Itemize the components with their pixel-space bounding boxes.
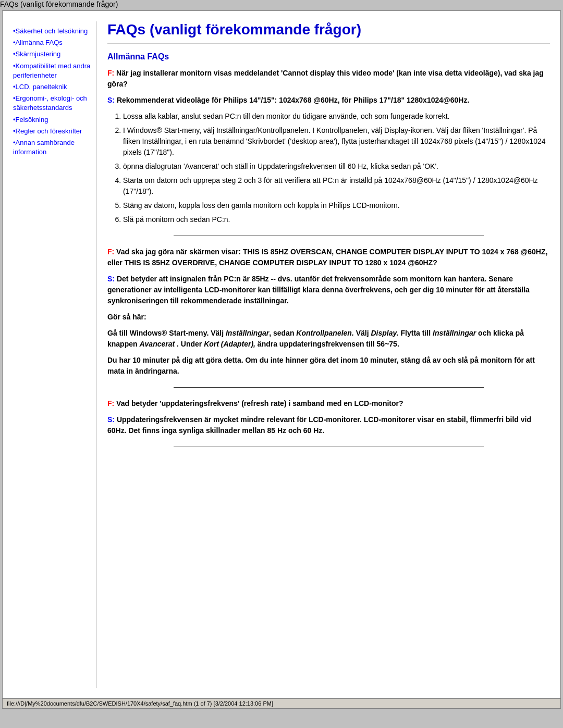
- list-item: Lossa alla kablar, anslut sedan PC:n til…: [123, 111, 550, 122]
- q1-answer-text: Rekommenderat videoläge för Philips 14"/…: [115, 96, 469, 104]
- q2-warning: Du har 10 minuter på dig att göra detta.…: [107, 355, 550, 377]
- q1-f-label: F:: [107, 69, 114, 77]
- question-1: F: När jag installerar monitorn visas me…: [107, 68, 550, 90]
- divider-3: [174, 447, 483, 447]
- content-area: •Säkerhet och felsökning•Allmänna FAQs•S…: [3, 11, 560, 698]
- answer-3: S: Uppdateringsfrekvensen är mycket mind…: [107, 414, 550, 436]
- q3-s-label: S:: [107, 415, 115, 424]
- q2-answer-text: Det betyder att insignalen från PC:n är …: [107, 275, 530, 305]
- main-container: •Säkerhet och felsökning•Allmänna FAQs•S…: [2, 10, 561, 709]
- page-title: FAQs (vanligt förekommande frågor): [107, 21, 550, 38]
- status-bar: file:///D|/My%20documents/dfu/B2C/SWEDIS…: [3, 698, 560, 708]
- link-ergo[interactable]: •Ergonomi-, ekologi- och säkerhetsstanda…: [13, 94, 91, 113]
- q2-s-label: S:: [107, 275, 115, 283]
- divider-2: [174, 387, 483, 388]
- link-trouble[interactable]: •Felsökning: [13, 115, 91, 125]
- link-adjust[interactable]: •Skärmjustering: [13, 50, 91, 59]
- q1-text: När jag installerar monitorn visas medde…: [107, 69, 544, 88]
- main-content: FAQs (vanligt förekommande frågor) Allmä…: [96, 21, 550, 688]
- title-bar-text: FAQs (vanligt förekommande frågor): [0, 0, 118, 8]
- question-2: F: Vad ska jag göra när skärmen visar: T…: [107, 246, 550, 268]
- sidebar: •Säkerhet och felsökning•Allmänna FAQs•S…: [13, 21, 96, 688]
- q3-text: Vad betyder 'uppdateringsfrekvens' (refr…: [114, 399, 403, 408]
- q2-f-label: F:: [107, 248, 114, 256]
- answer-1: S: Rekommenderat videoläge för Philips 1…: [107, 95, 550, 106]
- list-item: I Windows® Start-meny, välj Inställninga…: [123, 125, 550, 158]
- q1-s-label: S:: [107, 96, 115, 104]
- list-item: Stäng av datorn, koppla loss den gamla m…: [123, 200, 550, 211]
- list-item: Starta om datorn och upprepa steg 2 och …: [123, 175, 550, 197]
- title-bar: FAQs (vanligt förekommande frågor): [0, 0, 563, 8]
- q2-gor: Gör så här:: [107, 312, 550, 323]
- status-text: file:///D|/My%20documents/dfu/B2C/SWEDIS…: [7, 700, 273, 707]
- section-title: Allmänna FAQs: [107, 52, 550, 61]
- question-3: F: Vad betyder 'uppdateringsfrekvens' (r…: [107, 398, 550, 409]
- q3-f-label: F:: [107, 399, 114, 408]
- link-rules[interactable]: •Regler och föreskrifter: [13, 127, 91, 136]
- list-item: öpnna dialogrutan 'Avancerat' och ställ …: [123, 161, 550, 172]
- divider-1: [174, 236, 483, 236]
- link-general[interactable]: •Allmänna FAQs: [13, 38, 91, 47]
- list-item: Slå på monitorn och sedan PC:n.: [123, 214, 550, 225]
- link-compat[interactable]: •Kompatibilitet med andra periferienhete…: [13, 61, 91, 80]
- q2-instruction: Gå till Windows® Start-meny. Välj Instäl…: [107, 328, 550, 350]
- q2-text: Vad ska jag göra när skärmen visar: THIS…: [107, 248, 547, 267]
- q1-steps-list: Lossa alla kablar, anslut sedan PC:n til…: [123, 111, 550, 225]
- link-safety[interactable]: •Säkerhet och felsökning: [13, 27, 91, 36]
- link-other[interactable]: •Annan samhörande information: [13, 138, 91, 157]
- link-lcd[interactable]: •LCD, panelteknik: [13, 82, 91, 92]
- answer-2: S: Det betyder att insignalen från PC:n …: [107, 274, 550, 306]
- q3-answer-text: Uppdateringsfrekvensen är mycket mindre …: [107, 415, 531, 435]
